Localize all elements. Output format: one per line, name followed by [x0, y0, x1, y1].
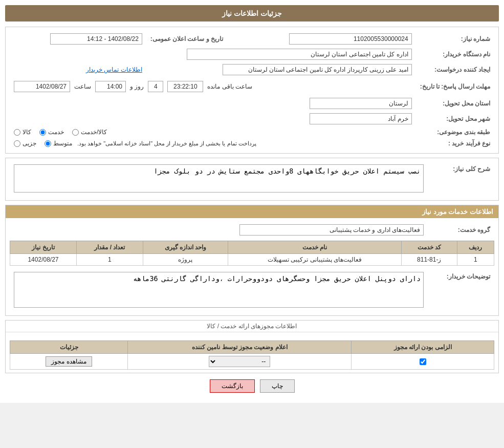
need-desc-row: شرح کلی نیاز:	[10, 162, 494, 196]
deadline-time-input: 14:00	[95, 81, 126, 92]
cell-row: 1	[457, 254, 494, 266]
purchase-type-label: نوع فرآیند خرید :	[416, 138, 494, 149]
purchase-type-motavasset-text: متوسط	[53, 140, 72, 147]
permits-details-cell[interactable]: مشاهده مجوز	[10, 354, 128, 370]
creator-row: ایجاد کننده درخواست: امید علی زرینی کارپ…	[10, 62, 494, 77]
col-code: کد خدمت	[401, 241, 457, 254]
need-desc-textarea	[14, 164, 424, 193]
creator-contact-link[interactable]: اطلاعات تماس خریدار	[86, 66, 142, 73]
creator-label: ایجاد کننده درخواست:	[416, 62, 494, 77]
service-group-input: فعالیت‌های اداری و خدمات پشتیبانی	[239, 224, 424, 236]
cell-name: فعالیت‌های پشتیبانی ترکیبی تسهیلات	[228, 254, 402, 266]
permits-table-row: -- مشاهده مجوز	[10, 354, 494, 370]
permits-view-button[interactable]: مشاهده مجوز	[46, 356, 92, 367]
permits-required-cell	[352, 354, 494, 370]
purchase-type-notice: پرداخت تمام یا بخشی از مبلغ خریدار از مح…	[77, 140, 256, 147]
org-row: نام دستگاه خریدار: اداره کل تامین اجتماع…	[10, 47, 494, 62]
city-label: شهر محل تحویل:	[416, 111, 494, 126]
category-label: طبقه بندی موضوعی:	[416, 126, 494, 138]
category-khedmat-label[interactable]: خدمت	[39, 129, 64, 136]
category-khedmat-radio[interactable]	[39, 129, 46, 136]
col-row: ردیف	[457, 241, 494, 254]
print-button[interactable]: چاپ	[260, 379, 295, 393]
service-group-label: گروه خدمت:	[428, 222, 494, 238]
cell-count: 1	[76, 254, 143, 266]
category-khedmat-text: خدمت	[48, 129, 64, 136]
main-info-section: شماره نیاز: 1102005530000024 تاریخ و ساع…	[5, 27, 499, 154]
buyer-desc-textarea	[14, 272, 424, 308]
category-row: طبقه بندی موضوعی: کالا خدمت	[10, 126, 494, 138]
deadline-row: مهلت ارسال پاسخ: تا تاریخ: 1402/08/27 سا…	[10, 77, 494, 96]
announce-label: تاریخ و ساعت اعلان عمومی:	[146, 31, 227, 47]
category-kala-khedmat-label[interactable]: کالا/خدمت	[72, 129, 107, 136]
deadline-date-input: 1402/08/27	[14, 81, 70, 92]
back-button[interactable]: بازگشت	[210, 379, 255, 393]
purchase-type-motavasset-radio[interactable]	[45, 140, 51, 147]
cell-date: 1402/08/27	[10, 254, 77, 266]
permits-required-checkbox[interactable]	[420, 358, 426, 365]
permits-status-cell[interactable]: --	[128, 354, 352, 370]
services-section-title: اطلاعات خدمات مورد نیاز	[6, 205, 498, 218]
category-kala-khedmat-text: کالا/خدمت	[81, 129, 107, 136]
services-table: ردیف کد خدمت نام خدمت واحد اندازه گیری ت…	[10, 241, 494, 266]
service-group-row: گروه خدمت: فعالیت‌های اداری و خدمات پشتی…	[10, 222, 494, 238]
col-status: اعلام وضعیت مجوز توسط نامین کننده	[128, 341, 352, 354]
col-required: الزامی بودن ارائه مجوز	[352, 341, 494, 354]
services-section: اطلاعات خدمات مورد نیاز گروه خدمت: فعالی…	[5, 205, 499, 316]
need-desc-label: شرح کلی نیاز:	[428, 162, 494, 196]
permits-table-header: الزامی بودن ارائه مجوز اعلام وضعیت مجوز …	[10, 341, 494, 354]
purchase-type-jozyi-text: جزیی	[23, 140, 36, 147]
deadline-days-input: 4	[148, 81, 163, 92]
services-table-header: ردیف کد خدمت نام خدمت واحد اندازه گیری ت…	[10, 241, 494, 254]
purchase-type-jozyi-radio[interactable]	[14, 140, 20, 147]
province-row: استان محل تحویل: لرستان	[10, 96, 494, 111]
purchase-type-row: نوع فرآیند خرید : جزیی متوسط	[10, 138, 494, 149]
province-value: لرستان	[310, 98, 412, 109]
city-value: خرم آباد	[310, 113, 412, 124]
need-number-label: شماره نیاز:	[416, 31, 494, 47]
footer-buttons: چاپ بازگشت	[5, 379, 499, 393]
category-kala-label[interactable]: کالا	[14, 129, 31, 136]
category-kala-text: کالا	[23, 129, 31, 136]
col-date: تاریخ نیاز	[10, 241, 77, 254]
need-desc-value	[10, 162, 428, 196]
org-label: نام دستگاه خریدار:	[416, 47, 494, 62]
deadline-remaining-label: ساعت باقی مانده	[207, 83, 252, 90]
permits-link: اطلاعات مجوزهای ارائه خدمت / کالا	[6, 321, 498, 332]
province-label: استان محل تحویل:	[416, 96, 494, 111]
need-number-row: شماره نیاز: 1102005530000024 تاریخ و ساع…	[10, 31, 494, 47]
permits-status-select[interactable]: --	[209, 356, 270, 367]
page-title: جزئیات اطلاعات نیاز	[5, 5, 499, 22]
announce-input: 1402/08/22 - 14:12	[50, 33, 142, 45]
deadline-remaining-input: 23:22:10	[167, 81, 203, 92]
need-number-value: 1102005530000024	[237, 31, 416, 47]
need-desc-section: شرح کلی نیاز:	[5, 158, 499, 201]
purchase-type-motavasset-label[interactable]: متوسط	[45, 140, 72, 147]
buyer-desc-value	[10, 270, 428, 311]
need-number-input: 1102005530000024	[289, 33, 412, 45]
category-kala-khedmat-radio[interactable]	[72, 129, 79, 136]
org-value: اداره کل تامین اجتماعی استان لرستان	[187, 49, 412, 60]
deadline-time-label: ساعت	[74, 83, 91, 90]
permits-table: الزامی بودن ارائه مجوز اعلام وضعیت مجوز …	[10, 340, 494, 370]
city-row: شهر محل تحویل: خرم آباد	[10, 111, 494, 126]
creator-value: امید علی زرینی کارپرداز اداره کل تامین ا…	[223, 64, 412, 75]
announce-value: 1402/08/22 - 14:12	[10, 31, 146, 47]
col-count: تعداد / مقدار	[76, 241, 143, 254]
col-details: جزئیات	[10, 341, 128, 354]
deadline-day-label: روز و	[130, 83, 144, 90]
col-unit: واحد اندازه گیری	[143, 241, 228, 254]
buyer-desc-row: توضیحات خریدار:	[10, 270, 494, 311]
cell-code: ز-81-811	[401, 254, 457, 266]
permits-section: اطلاعات مجوزهای ارائه خدمت / کالا الزامی…	[5, 320, 499, 373]
col-name: نام خدمت	[228, 241, 402, 254]
deadline-label: مهلت ارسال پاسخ: تا تاریخ:	[416, 77, 494, 96]
service-group-value: فعالیت‌های اداری و خدمات پشتیبانی	[10, 222, 428, 238]
table-row: 1 ز-81-811 فعالیت‌های پشتیبانی ترکیبی تس…	[10, 254, 494, 266]
purchase-type-jozyi-label[interactable]: جزیی	[14, 140, 36, 147]
buyer-desc-label: توضیحات خریدار:	[428, 270, 494, 311]
cell-unit: پروژه	[143, 254, 228, 266]
category-kala-radio[interactable]	[14, 129, 20, 136]
